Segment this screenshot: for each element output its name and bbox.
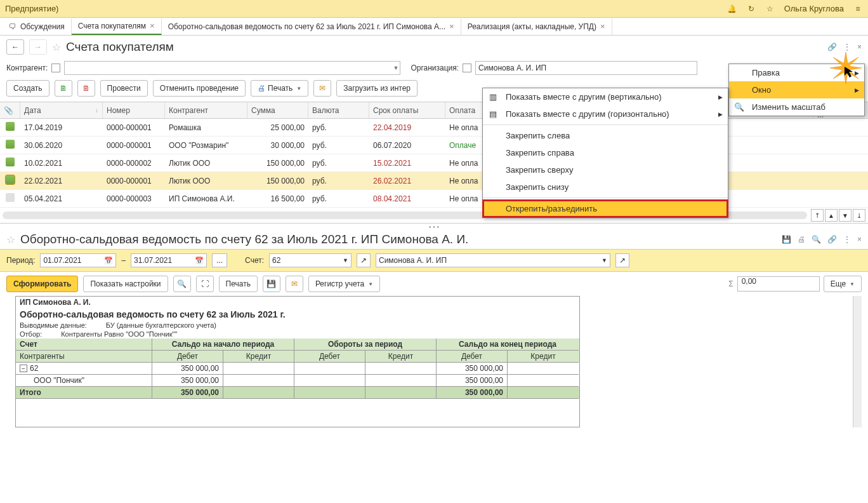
calendar-icon[interactable]: 📅 <box>195 257 204 265</box>
period-from-input[interactable]: 01.07.2021 📅 <box>40 253 116 267</box>
report-row-62[interactable]: −62 350 000,00 350 000,00 <box>16 363 579 375</box>
table-row[interactable]: 10.02.20210000-000002Лютик ООО150 000,00… <box>0 154 868 172</box>
save-icon[interactable]: 💾 <box>782 235 791 244</box>
bell-icon[interactable]: 🔔 <box>727 4 737 14</box>
counterparty-checkbox[interactable] <box>51 64 60 72</box>
account-open-button[interactable]: ↗ <box>357 253 371 267</box>
star-icon[interactable]: ☆ <box>765 4 775 14</box>
email-button[interactable]: ✉ <box>313 80 331 97</box>
menu-window[interactable]: Окно▶ <box>729 81 864 98</box>
period-to-input[interactable]: 31.07.2021 📅 <box>131 253 207 267</box>
document-status-icon <box>6 140 15 149</box>
grid-nav-first[interactable]: ⤒ <box>811 209 824 222</box>
forward-button[interactable]: → <box>29 39 47 55</box>
panel-splitter[interactable]: • • • <box>0 224 868 230</box>
back-button[interactable]: ← <box>6 39 24 55</box>
expand-button[interactable]: ⛶ <box>196 276 214 292</box>
vertical-scrollbar[interactable] <box>853 296 862 427</box>
table-row[interactable]: 22.02.20210000-000001Лютик ООО150 000,00… <box>0 172 868 190</box>
col-date[interactable]: Дата↓ <box>20 102 103 118</box>
more-vertical-icon[interactable]: ⋮ <box>843 235 851 244</box>
more-vertical-icon[interactable]: ⋮ <box>843 43 851 51</box>
tab-osv[interactable]: Оборотно-сальдовая ведомость по счету 62… <box>162 18 461 35</box>
tab-discussions[interactable]: 🗨 Обсуждения <box>3 18 72 35</box>
post-button[interactable]: Провести <box>100 80 148 97</box>
more-button[interactable]: Еще▼ <box>824 276 862 292</box>
collapse-icon[interactable]: − <box>20 365 27 372</box>
grid-nav-up[interactable]: ▲ <box>825 209 838 222</box>
delete-button[interactable]: 🗎 <box>77 80 95 97</box>
col-sum[interactable]: Сумма <box>247 102 308 118</box>
split-horizontal-icon: ▤ <box>488 109 498 119</box>
table-row[interactable]: 05.04.20210000-000003ИП Симонова А.И.16 … <box>0 190 868 208</box>
expand-icon: ⛶ <box>201 279 209 288</box>
counterparty-label: Контрагент: <box>6 64 48 72</box>
chevron-down-icon: ▼ <box>368 281 373 287</box>
menu-show-horizontal[interactable]: ▤Показать вместе с другим (горизонтально… <box>483 105 728 123</box>
col-number[interactable]: Номер <box>103 102 165 118</box>
show-settings-button[interactable]: Показать настройки <box>83 276 168 292</box>
load-button[interactable]: Загрузить из интер <box>336 80 418 97</box>
user-name[interactable]: Ольга Круглова <box>784 4 844 13</box>
close-icon[interactable]: × <box>600 22 605 31</box>
save-report-button[interactable]: 💾 <box>263 276 280 292</box>
close-icon[interactable]: × <box>449 22 454 31</box>
report-row-total: Итого 350 000,00 350 000,00 <box>16 387 579 399</box>
calendar-icon[interactable]: 📅 <box>104 257 113 265</box>
menu-dock-top[interactable]: Закрепить сверху <box>483 161 728 178</box>
period-picker-button[interactable]: ... <box>212 253 227 267</box>
menu-dock-bottom[interactable]: Закрепить снизу <box>483 178 728 196</box>
menu-lines-icon[interactable]: ≡ <box>853 4 863 14</box>
history-icon[interactable]: ↻ <box>746 4 756 14</box>
close-icon[interactable]: × <box>857 235 862 244</box>
table-row[interactable]: 17.04.20190000-000001Ромашка25 000,00руб… <box>0 119 868 137</box>
link-icon[interactable]: 🔗 <box>827 43 837 51</box>
menu-dock-right[interactable]: Закрепить справа <box>483 144 728 161</box>
menu-show-vertical[interactable]: ▥Показать вместе с другим (вертикально)▶ <box>483 88 728 105</box>
org-input[interactable]: Симонова А. И. ИП ▼ <box>376 253 610 267</box>
grid-nav-down[interactable]: ▼ <box>839 209 852 222</box>
counterparty-combo[interactable]: ▼ <box>64 61 400 75</box>
chevron-down-icon: ▼ <box>393 65 398 71</box>
chevron-right-icon: ▶ <box>718 111 723 117</box>
favorite-star-icon[interactable]: ☆ <box>52 41 61 53</box>
print-report-button[interactable]: Печать <box>219 276 258 292</box>
menu-dock-left[interactable]: Закрепить слева <box>483 127 728 144</box>
favorite-star-icon[interactable]: ☆ <box>6 234 15 246</box>
close-icon[interactable]: × <box>150 21 155 30</box>
link-icon[interactable]: 🔗 <box>827 235 837 244</box>
col-due[interactable]: Срок оплаты <box>369 102 445 118</box>
col-attachment[interactable]: 📎 <box>0 102 20 118</box>
preview-icon[interactable]: 🔍 <box>812 235 821 244</box>
menu-edit[interactable]: Правка▶ <box>729 64 864 81</box>
email-report-button[interactable]: ✉ <box>286 276 303 292</box>
copy-button[interactable]: 🗎 <box>55 80 72 97</box>
col-currency[interactable]: Валюта <box>308 102 369 118</box>
create-button[interactable]: Создать <box>6 80 49 97</box>
close-icon[interactable]: × <box>857 43 862 51</box>
org-open-button[interactable]: ↗ <box>615 253 629 267</box>
organization-combo[interactable]: Симонова А. И. ИП <box>475 61 697 75</box>
grid-nav-last[interactable]: ⤓ <box>853 209 865 222</box>
split-vertical-icon: ▥ <box>488 92 498 102</box>
mail-icon: ✉ <box>291 279 298 288</box>
app-title-fragment: Предприятие) <box>5 4 58 13</box>
report-row-ponchik[interactable]: ООО "Пончик" 350 000,00 350 000,00 <box>16 375 579 387</box>
menu-undock[interactable]: Открепить/разъединить <box>483 200 728 217</box>
find-button[interactable]: 🔍 <box>173 276 191 292</box>
tab-realization[interactable]: Реализация (акты, накладные, УПД) × <box>461 18 612 35</box>
account-input[interactable]: 62 ▼ <box>269 253 352 267</box>
generate-button[interactable]: Сформировать <box>6 276 78 292</box>
zoom-icon: 🔍 <box>734 102 744 112</box>
tab-invoices[interactable]: Счета покупателям × <box>72 18 162 35</box>
register-button[interactable]: Регистр учета▼ <box>308 276 380 292</box>
chevron-down-icon: ▼ <box>296 86 301 91</box>
table-row[interactable]: 30.06.20200000-000001ООО "Розмарин"30 00… <box>0 137 868 154</box>
report-table: ИП Симонова А. И. Оборотно-сальдовая вед… <box>15 296 580 427</box>
unpost-button[interactable]: Отменить проведение <box>153 80 246 97</box>
col-counterparty[interactable]: Контрагент <box>165 102 247 118</box>
print-button[interactable]: 🖨 Печать ▼ <box>251 80 308 97</box>
menu-zoom[interactable]: 🔍Изменить масштаб <box>729 98 864 116</box>
organization-checkbox[interactable] <box>463 64 471 72</box>
print-icon[interactable]: 🖨 <box>798 235 805 244</box>
